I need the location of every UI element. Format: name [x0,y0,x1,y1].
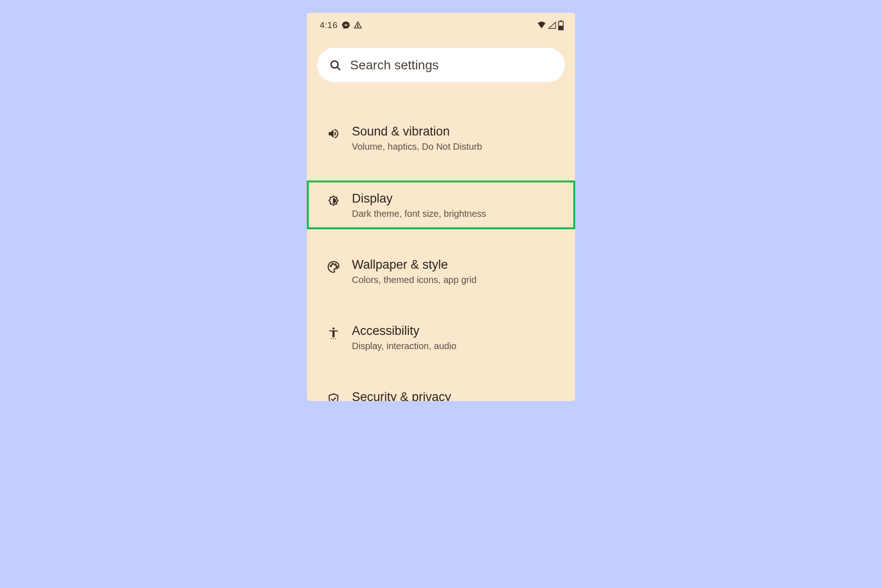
setting-title: Accessibility [352,323,564,339]
setting-subtitle: Colors, themed icons, app grid [352,275,564,285]
svg-point-9 [335,264,336,266]
wifi-icon [537,21,547,30]
volume-icon [327,127,340,140]
cellular-icon [547,21,557,30]
setting-subtitle: Volume, haptics, Do Not Disturb [352,141,564,152]
svg-point-13 [333,338,334,339]
shield-icon [327,393,340,401]
setting-subtitle: Display, interaction, audio [352,341,564,351]
phone-frame: 4:16 [307,13,575,401]
status-right [537,20,564,30]
svg-point-10 [336,266,338,267]
svg-line-6 [337,67,340,70]
setting-title: Security & privacy [352,389,564,401]
svg-point-11 [333,328,335,330]
svg-rect-4 [559,26,563,30]
svg-point-12 [331,338,332,339]
setting-item-security[interactable]: Security & privacy App security, device … [307,379,575,401]
search-placeholder: Search settings [350,58,439,73]
setting-title: Wallpaper & style [352,257,564,273]
setting-title: Sound & vibration [352,124,564,140]
setting-item-display[interactable]: Display Dark theme, font size, brightnes… [307,181,575,229]
setting-subtitle: Dark theme, font size, brightness [352,209,564,219]
settings-list: Sound & vibration Volume, haptics, Do No… [307,113,575,401]
search-settings-input[interactable]: Search settings [317,48,565,82]
svg-point-5 [331,61,338,68]
brightness-icon [327,194,340,207]
palette-icon [327,260,340,273]
search-icon [329,59,342,72]
status-bar: 4:16 [307,13,575,34]
drive-icon [353,21,362,30]
svg-point-7 [330,265,332,266]
notification-icons [341,21,362,30]
svg-point-8 [332,263,334,265]
battery-icon [558,20,564,30]
clock: 4:16 [320,20,338,30]
setting-item-accessibility[interactable]: Accessibility Display, interaction, audi… [307,313,575,362]
status-left: 4:16 [320,20,362,30]
setting-title: Display [352,191,564,207]
accessibility-icon [327,327,340,339]
setting-item-sound[interactable]: Sound & vibration Volume, haptics, Do No… [307,113,575,162]
messenger-icon [341,21,351,30]
setting-item-wallpaper[interactable]: Wallpaper & style Colors, themed icons, … [307,247,575,295]
svg-point-0 [357,26,358,27]
svg-point-14 [335,338,336,339]
